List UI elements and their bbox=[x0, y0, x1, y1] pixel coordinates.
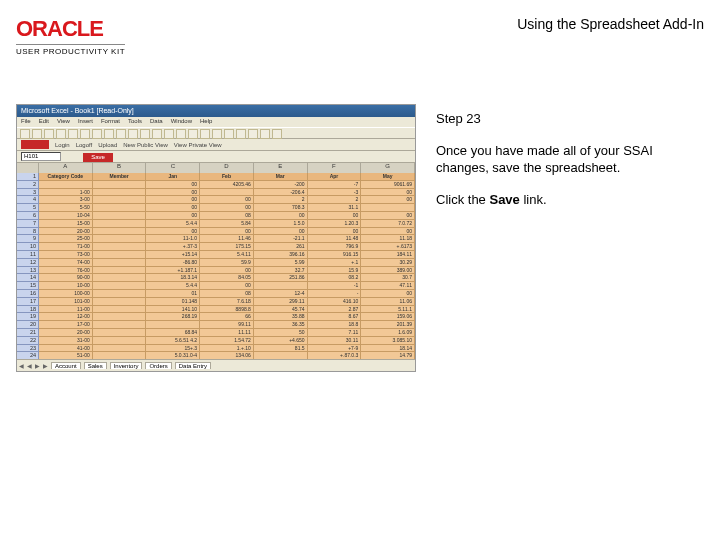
row-header: 3 bbox=[17, 189, 39, 197]
window-titlebar: Microsoft Excel - Book1 [Read-Only] bbox=[17, 105, 415, 117]
sheet-tab: Account bbox=[51, 362, 81, 369]
cell: 66 bbox=[200, 313, 254, 321]
cell: 299.11 bbox=[254, 298, 308, 306]
row-header: 13 bbox=[17, 267, 39, 275]
cell: 00 bbox=[361, 196, 415, 204]
column-header: E bbox=[254, 163, 308, 173]
sheet-tab: Sales bbox=[84, 362, 107, 369]
cell: 74-00 bbox=[39, 259, 93, 267]
cell: 00 bbox=[361, 228, 415, 236]
cell: Member bbox=[93, 173, 147, 181]
cell: 15-00 bbox=[39, 220, 93, 228]
cell: 8.67 bbox=[308, 313, 362, 321]
cell: 36.35 bbox=[254, 321, 308, 329]
row-header: 21 bbox=[17, 329, 39, 337]
menu-item: Format bbox=[101, 118, 120, 126]
toolbar-button bbox=[236, 129, 246, 139]
toolbar-button bbox=[200, 129, 210, 139]
instruction-prefix: Click the bbox=[436, 192, 489, 207]
cell bbox=[361, 204, 415, 212]
column-header: C bbox=[146, 163, 200, 173]
cell bbox=[254, 352, 308, 359]
cell: 100-00 bbox=[39, 290, 93, 298]
row-header: 15 bbox=[17, 282, 39, 290]
addin-toolbar: LoginLogoffUploadNew Public ViewView Pri… bbox=[17, 139, 415, 151]
cell: +.1 bbox=[308, 259, 362, 267]
table-row: 31-0000-206.4-300 bbox=[17, 189, 415, 197]
cell: 2 bbox=[308, 196, 362, 204]
table-row: 1510-005.4.400-147.11 bbox=[17, 282, 415, 290]
cell bbox=[93, 189, 147, 197]
cell: 18.14 bbox=[361, 345, 415, 353]
cell: 18.3.14 bbox=[146, 274, 200, 282]
cell: 00 bbox=[254, 212, 308, 220]
cell: 5.4.4 bbox=[146, 282, 200, 290]
column-header: D bbox=[200, 163, 254, 173]
cell: 916.15 bbox=[308, 251, 362, 259]
table-row: 715-005.4.45.841.5.01.20.37.0.72 bbox=[17, 220, 415, 228]
cell: -86.80 bbox=[146, 259, 200, 267]
cell bbox=[93, 282, 147, 290]
row-header: 5 bbox=[17, 204, 39, 212]
table-row: 2120-0068.8411.11507.111.6.09 bbox=[17, 329, 415, 337]
cell: Apr bbox=[308, 173, 362, 181]
instruction-text-1: Once you have made all of your SSAI chan… bbox=[436, 142, 704, 177]
table-row: 610-040008000000 bbox=[17, 212, 415, 220]
toolbar-button bbox=[44, 129, 54, 139]
cell bbox=[254, 282, 308, 290]
cell: 5.99 bbox=[254, 259, 308, 267]
cell bbox=[146, 321, 200, 329]
toolbar-button bbox=[20, 129, 30, 139]
cell: 12-00 bbox=[39, 313, 93, 321]
toolbar-button bbox=[212, 129, 222, 139]
cell: 00 bbox=[200, 204, 254, 212]
cell: 15+.3 bbox=[146, 345, 200, 353]
cell: 08 bbox=[200, 212, 254, 220]
cell: 5-50 bbox=[39, 204, 93, 212]
cell: 08 bbox=[200, 290, 254, 298]
data-grid: 1Category CodeMemberJanFebMarAprMay20042… bbox=[17, 173, 415, 359]
cell: 71-00 bbox=[39, 243, 93, 251]
cell: 5.4.4 bbox=[146, 220, 200, 228]
cell: 11.18 bbox=[361, 235, 415, 243]
cell: 7.6.18 bbox=[200, 298, 254, 306]
cell: 8898.8 bbox=[200, 306, 254, 314]
instruction-text-2: Click the Save link. bbox=[436, 191, 704, 209]
cell bbox=[93, 243, 147, 251]
row-header: 6 bbox=[17, 212, 39, 220]
cell: +.37-3 bbox=[146, 243, 200, 251]
cell: 00 bbox=[200, 228, 254, 236]
cell: -200 bbox=[254, 181, 308, 189]
cell: 01.148 bbox=[146, 298, 200, 306]
cell: 00 bbox=[200, 282, 254, 290]
table-row: 1811-00141.108898.845.742.875.11.1 bbox=[17, 306, 415, 314]
cell: 11-00 bbox=[39, 306, 93, 314]
table-row: 1173-00+15.145.4.11396.16916.15184.11 bbox=[17, 251, 415, 259]
cell: 00 bbox=[361, 189, 415, 197]
status-bar: Ready NUM bbox=[17, 371, 415, 372]
save-link[interactable]: Save bbox=[83, 153, 113, 162]
cell: 00 bbox=[254, 228, 308, 236]
cell: May bbox=[361, 173, 415, 181]
cell: 1.6.09 bbox=[361, 329, 415, 337]
cell: -7 bbox=[308, 181, 362, 189]
cell: 11.46 bbox=[200, 235, 254, 243]
sheet-tab: Inventory bbox=[110, 362, 143, 369]
cell: Jan bbox=[146, 173, 200, 181]
cell: 59.9 bbox=[200, 259, 254, 267]
cell bbox=[93, 329, 147, 337]
cell: 11.06 bbox=[361, 298, 415, 306]
addin-toolbar-item: Login bbox=[55, 142, 70, 148]
cell: Feb bbox=[200, 173, 254, 181]
cell: 00 bbox=[200, 196, 254, 204]
cell: 35.88 bbox=[254, 313, 308, 321]
cell: 134.06 bbox=[200, 352, 254, 359]
cell: 73-00 bbox=[39, 251, 93, 259]
addin-toolbar-accent bbox=[21, 140, 49, 149]
cell bbox=[93, 352, 147, 359]
toolbar-button bbox=[140, 129, 150, 139]
cell: 15.9 bbox=[308, 267, 362, 275]
cell: 4205.46 bbox=[200, 181, 254, 189]
row-header: 23 bbox=[17, 345, 39, 353]
cell: 31-00 bbox=[39, 337, 93, 345]
